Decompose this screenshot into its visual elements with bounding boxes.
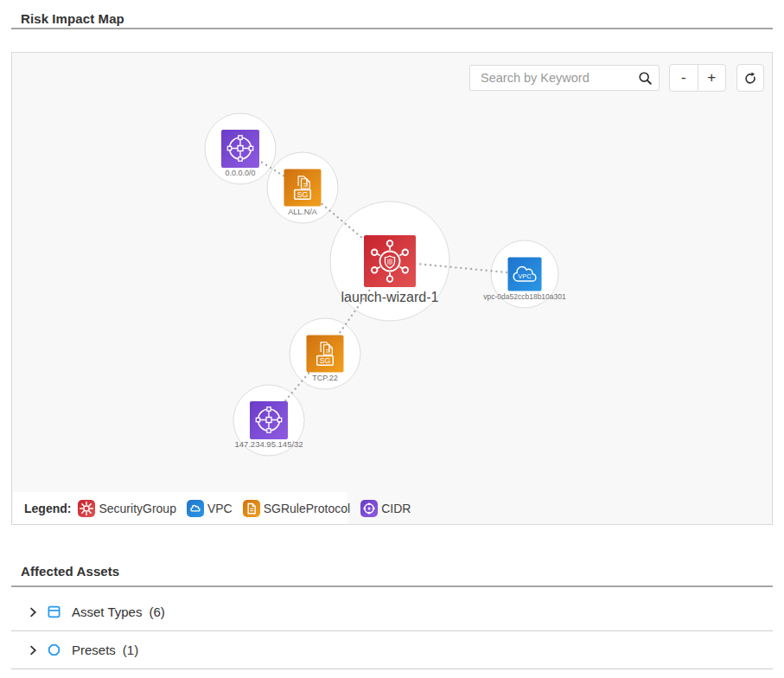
- legend-item-label: SGRuleProtocol: [264, 502, 350, 515]
- asset-row-presets[interactable]: Presets (1): [11, 631, 773, 669]
- legend-item-vpc: VPC: [187, 500, 233, 517]
- asset-row-label: Presets: [72, 643, 116, 657]
- asset-row-count: (1): [123, 643, 138, 657]
- graph-node-label: vpc-0da52ccb18b10a301: [483, 292, 566, 301]
- risk-impact-map: SG VPC: [11, 52, 773, 525]
- sgrule-protocol-icon[interactable]: SG: [307, 336, 344, 373]
- affected-assets-title: Affected Assets: [21, 564, 119, 579]
- legend-cidr-icon: [360, 500, 378, 517]
- legend-vpc-icon: [187, 500, 204, 517]
- legend-item-sgrule-protocol: SGRuleProtocol: [243, 500, 350, 517]
- graph-node-label: TCP.22: [312, 374, 337, 382]
- svg-text:SG: SG: [297, 190, 309, 199]
- affected-assets-list: Asset Types (6) Presets (1): [11, 587, 773, 669]
- presets-icon: [47, 643, 61, 657]
- sgrule-protocol-icon[interactable]: SG: [284, 170, 322, 207]
- search-icon[interactable]: [631, 70, 659, 86]
- legend-item-label: SecurityGroup: [99, 502, 175, 515]
- security-group-icon[interactable]: [364, 235, 416, 287]
- legend-item-label: CIDR: [381, 502, 411, 515]
- graph-node-label: ALL.N/A: [288, 208, 317, 216]
- legend-security-group-icon: [78, 500, 95, 517]
- graph-node-label: 0.0.0.0/0: [225, 169, 255, 177]
- legend-item-security-group: SecurityGroup: [78, 500, 175, 517]
- zoom-out-button[interactable]: -: [670, 65, 698, 91]
- vpc-icon[interactable]: VPC: [508, 258, 542, 291]
- legend-sgrule-protocol-icon: [243, 500, 260, 517]
- asset-row-asset-types[interactable]: Asset Types (6): [11, 593, 773, 631]
- asset-row-label: Asset Types: [72, 604, 142, 619]
- graph-node-label: launch-wizard-1: [341, 290, 439, 304]
- svg-text:VPC: VPC: [518, 272, 532, 280]
- legend-label: Legend:: [24, 502, 71, 515]
- chevron-right-icon[interactable]: [26, 643, 40, 657]
- legend-item-label: VPC: [207, 502, 233, 515]
- cidr-icon[interactable]: [221, 130, 259, 168]
- title-divider: [11, 28, 773, 29]
- zoom-in-button[interactable]: +: [698, 65, 726, 91]
- graph-canvas[interactable]: SG VPC: [12, 53, 772, 524]
- cidr-icon[interactable]: [250, 401, 288, 439]
- search-box: [469, 65, 660, 91]
- asset-row-count: (6): [149, 604, 164, 619]
- zoom-controls: - +: [669, 64, 726, 92]
- refresh-button[interactable]: [736, 64, 764, 92]
- refresh-icon: [743, 70, 758, 86]
- page-title: Risk Impact Map: [21, 11, 124, 26]
- chevron-right-icon[interactable]: [26, 605, 40, 619]
- map-legend: Legend: SecurityGroup VPC SGRuleProtocol: [13, 492, 347, 524]
- search-input[interactable]: [470, 71, 631, 85]
- svg-text:SG: SG: [320, 356, 331, 365]
- legend-item-cidr: CIDR: [360, 500, 411, 517]
- asset-types-icon: [47, 604, 61, 619]
- graph-node-label: 147.234.95.145/32: [234, 439, 303, 449]
